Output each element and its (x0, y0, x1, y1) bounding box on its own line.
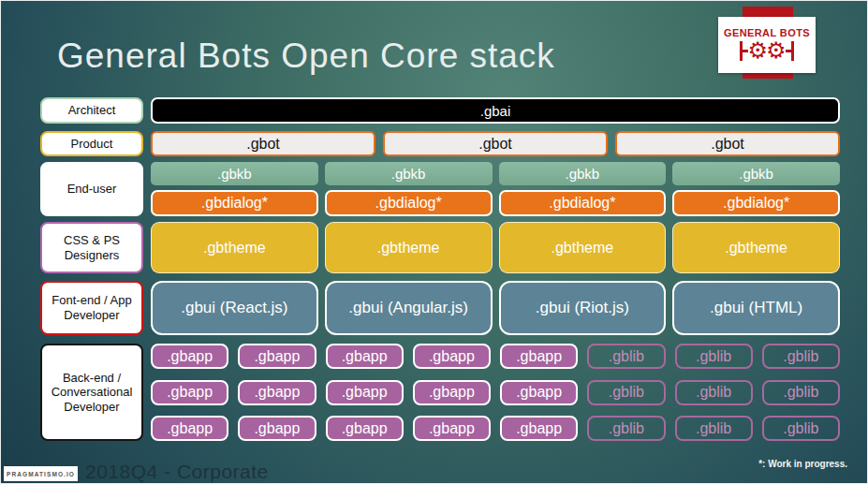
stack-box-gbkb: .gbkb (499, 162, 667, 185)
stack-box-gbapp: .gbapp (413, 416, 491, 441)
slide: General Bots Open Core stack GENERAL BOT… (0, 0, 868, 484)
stack-box-gbapp: .gbapp (500, 416, 578, 441)
band-architect: Architect .gbai (40, 97, 840, 124)
stack-box-gbdialog: .gbdialog* (499, 190, 667, 216)
role-label-css-ps-designers: CSS & PS Designers (40, 222, 143, 273)
work-in-progress-note: *: Work in progress. (758, 459, 847, 469)
stack-box-gblib: .gblib (587, 416, 665, 441)
stack-box-gbkb: .gbkb (672, 162, 840, 185)
stack-box-gbui-html: .gbui (HTML) (672, 281, 840, 335)
stack-box-gbdialog: .gbdialog* (672, 190, 840, 216)
role-label-end-user: End-user (40, 162, 143, 216)
stack-box-gbtheme: .gbtheme (325, 222, 493, 273)
stack-box-gblib: .gblib (587, 380, 665, 405)
stack-box-gbdialog: .gbdialog* (325, 190, 493, 216)
stack-box-gblib: .gblib (762, 344, 840, 369)
stack-box-gbapp: .gbapp (413, 380, 491, 405)
stack-diagram: Architect .gbai Product .gbot .gbot .gbo… (40, 97, 840, 441)
stack-box-gbai: .gbai (151, 97, 840, 124)
stack-box-gbui-angular: .gbui (Angular.js) (325, 281, 493, 335)
role-label-product: Product (40, 131, 143, 156)
band-frontend: Font-end / App Developer .gbui (React.js… (40, 281, 840, 335)
stack-box-gbapp: .gbapp (326, 380, 404, 405)
stack-box-gblib: .gblib (587, 344, 665, 369)
stack-box-gbtheme: .gbtheme (672, 222, 840, 273)
pragmatismo-wordmark: PRAGMATISMO.IO (7, 471, 75, 477)
stack-box-gbot: .gbot (383, 131, 608, 156)
stack-box-gblib: .gblib (675, 380, 753, 405)
stack-box-gbtheme: .gbtheme (151, 222, 318, 273)
stack-box-gbapp: .gbapp (238, 344, 316, 369)
footer-version-label: 2018Q4 - Corporate (85, 461, 269, 483)
general-bots-logo: GENERAL BOTS ⚙ ⚙ (718, 17, 816, 73)
gear-icon: ⚙ (766, 39, 787, 62)
stack-box-gbapp: .gbapp (151, 344, 228, 369)
gears-icon: ⚙ ⚙ (740, 39, 793, 62)
stack-box-gbapp: .gbapp (238, 416, 316, 441)
role-label-architect: Architect (40, 97, 143, 124)
stack-box-gblib: .gblib (762, 416, 840, 441)
stack-box-gbot: .gbot (615, 131, 840, 156)
stack-box-gbapp: .gbapp (413, 344, 491, 369)
stack-box-gbapp: .gbapp (500, 380, 578, 405)
role-label-frontend-app-developer: Font-end / App Developer (40, 281, 143, 335)
stack-box-gbui-react: .gbui (React.js) (151, 281, 318, 335)
stack-box-gbkb: .gbkb (151, 162, 318, 185)
page-title: General Bots Open Core stack (57, 37, 555, 76)
stack-box-gbapp: .gbapp (151, 380, 228, 405)
band-backend: Back-end / Conversational Developer .gba… (40, 344, 840, 441)
stack-box-gbot: .gbot (151, 131, 375, 156)
stack-box-gbapp: .gbapp (151, 416, 228, 441)
gear-axle-right (791, 41, 794, 61)
stack-box-gbtheme: .gbtheme (499, 222, 667, 273)
role-label-backend-conversational-developer: Back-end / Conversational Developer (40, 344, 143, 441)
band-product: Product .gbot .gbot .gbot (40, 131, 840, 156)
gear-icon: ⚙ (747, 39, 768, 62)
pragmatismo-logo: PRAGMATISMO.IO (4, 466, 78, 481)
band-designers: CSS & PS Designers .gbtheme .gbtheme .gb… (40, 222, 840, 273)
stack-box-gbui-riot: .gbui (Riot.js) (499, 281, 667, 335)
stack-box-gblib: .gblib (675, 416, 753, 441)
stack-box-gbapp: .gbapp (326, 344, 404, 369)
stack-box-gbapp: .gbapp (326, 416, 404, 441)
stack-box-gbapp: .gbapp (500, 344, 578, 369)
stack-box-gblib: .gblib (762, 380, 840, 405)
stack-box-gbkb: .gbkb (325, 162, 493, 185)
band-enduser: End-user .gbkb .gbkb .gbkb .gbkb .gbdial… (40, 162, 840, 216)
stack-box-gbapp: .gbapp (238, 380, 316, 405)
stack-box-gbdialog: .gbdialog* (151, 190, 318, 216)
stack-box-gblib: .gblib (675, 344, 753, 369)
